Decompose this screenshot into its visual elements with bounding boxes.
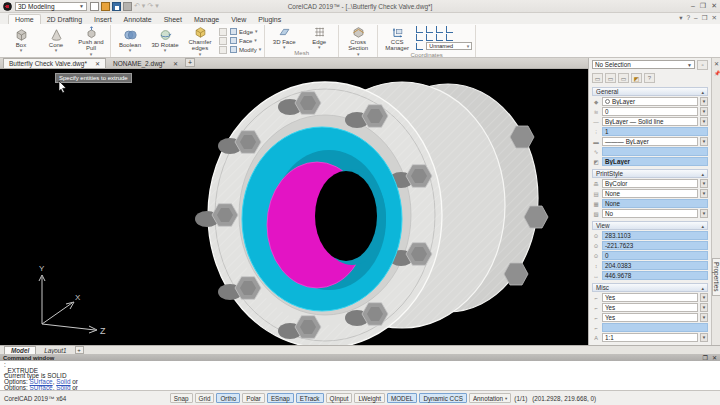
close-icon[interactable]: ✕ — [711, 2, 717, 10]
section-view[interactable]: View ▴ — [592, 221, 708, 230]
tab-2d-drafting[interactable]: 2D Drafting — [41, 15, 88, 24]
ccs-axis-icon[interactable] — [446, 26, 453, 33]
tab-insert[interactable]: Insert — [88, 15, 118, 24]
tab-annotate[interactable]: Annotate — [118, 15, 158, 24]
model-toggle[interactable]: MODEL — [387, 393, 417, 403]
edge-menu-button[interactable]: Edge ▾ — [230, 28, 261, 36]
save-file-icon[interactable] — [112, 2, 121, 11]
chevron-down-icon[interactable]: ▼ — [700, 303, 708, 312]
chevron-down-icon[interactable]: ▾ — [164, 48, 167, 53]
solid-tool-icon[interactable] — [219, 37, 227, 45]
panel-extra-button[interactable]: ▫ — [697, 60, 708, 70]
properties-tab[interactable]: Properties — [712, 258, 720, 296]
new-file-icon[interactable] — [90, 2, 99, 11]
doc-minimize-icon[interactable]: – — [694, 14, 698, 22]
chevron-down-icon[interactable]: ▼ — [700, 137, 708, 146]
redo-icon[interactable]: ↷ ▾ — [147, 2, 158, 10]
dynamic-ccs-toggle[interactable]: Dynamic CCS — [419, 393, 467, 403]
workspace-dropdown[interactable]: 3D Modeling ▼ — [15, 2, 87, 11]
etrack-toggle[interactable]: ETrack — [296, 393, 324, 403]
ccs-axis-icon[interactable] — [426, 26, 433, 33]
grid-toggle[interactable]: Grid — [195, 393, 215, 403]
command-window-header[interactable]: Command window ❐ ✕ — [0, 354, 720, 361]
rotate-3d-button[interactable]: 3D Rotate ▾ — [149, 28, 181, 53]
open-file-icon[interactable] — [101, 2, 110, 11]
snap-toggle[interactable]: Snap — [170, 393, 193, 403]
modify-menu-button[interactable]: Modify ▾ — [230, 46, 261, 54]
close-panel-icon[interactable]: ✕ — [714, 60, 719, 67]
ccs-axis-icon[interactable] — [436, 34, 443, 41]
doc-tab-noname[interactable]: NONAME_2.dwg* ✕ — [108, 59, 183, 68]
chevron-down-icon[interactable]: ▼ — [700, 189, 708, 198]
box-button[interactable]: Box ▾ — [5, 28, 37, 53]
pin-icon[interactable]: 📌 — [714, 70, 720, 76]
section-misc[interactable]: Misc ▴ — [592, 283, 708, 292]
print-icon[interactable] — [123, 2, 132, 11]
chevron-down-icon[interactable]: ▼ — [700, 209, 708, 218]
lweight-toggle[interactable]: LWeight — [354, 393, 385, 403]
chevron-down-icon[interactable]: ▼ — [700, 333, 708, 342]
tab-plugins[interactable]: Plugins — [252, 15, 287, 24]
mesh-edge-button[interactable]: Edge ▾ — [303, 25, 335, 50]
collapse-icon[interactable]: ▴ — [701, 285, 704, 291]
cone-button[interactable]: Cone ▾ — [40, 28, 72, 53]
push-pull-button[interactable]: Push and Pull ▾ — [75, 25, 107, 57]
tab-sheet[interactable]: Sheet — [158, 15, 188, 24]
quick-select-icon[interactable]: ◩ — [631, 73, 642, 83]
annotation-dropdown[interactable]: Annotation▾ — [469, 393, 511, 403]
ccs-axis-icon[interactable] — [416, 34, 423, 41]
ccs-axis-icon[interactable] — [436, 26, 443, 33]
ccs-axis-icon[interactable] — [416, 43, 423, 50]
chevron-down-icon[interactable]: ▼ — [700, 117, 708, 126]
minimize-icon[interactable]: – — [691, 2, 695, 10]
properties-tool-icon[interactable]: ▭ — [605, 73, 616, 83]
solid-tool-icon[interactable] — [219, 28, 227, 36]
tab-model[interactable]: Model — [4, 346, 36, 354]
collapse-icon[interactable]: ▴ — [701, 171, 704, 177]
restore-icon[interactable]: ❐ — [700, 2, 706, 10]
properties-tool-icon[interactable]: ▭ — [618, 73, 629, 83]
chamfer-edges-button[interactable]: Chamfer edges ▾ — [184, 25, 216, 57]
ccs-axis-icon[interactable] — [446, 34, 453, 41]
new-layout-button[interactable]: + — [75, 346, 84, 354]
doc-close-icon[interactable]: ✕ — [712, 14, 717, 22]
drawing-viewport[interactable]: Y X Z Specify entities to extrude — [0, 69, 588, 345]
collapse-icon[interactable]: ▴ — [701, 223, 704, 229]
doc-restore-icon[interactable]: ❐ — [702, 14, 708, 22]
face-3d-button[interactable]: 3D Face ▾ — [268, 25, 300, 50]
section-printstyle[interactable]: PrintStyle ▴ — [592, 169, 708, 178]
chevron-down-icon[interactable]: ▼ — [700, 97, 708, 106]
ccs-axis-icon[interactable] — [416, 26, 423, 33]
chevron-down-icon[interactable]: ▾ — [129, 48, 132, 53]
tab-home[interactable]: Home — [8, 14, 41, 24]
face-menu-button[interactable]: Face ▾ — [230, 37, 261, 45]
help-icon[interactable]: ? — [644, 73, 655, 83]
doc-tab-butterfly[interactable]: Butterfly Check Valve.dwg* ✕ — [3, 58, 106, 68]
chevron-down-icon[interactable]: ▾ — [679, 14, 682, 22]
chevron-down-icon[interactable]: ▼ — [700, 107, 708, 116]
ccs-manager-button[interactable]: CCS Manager — [381, 25, 413, 52]
chevron-down-icon[interactable]: ▼ — [700, 293, 708, 302]
section-general[interactable]: General ▴ — [592, 87, 708, 96]
close-tab-icon[interactable]: ✕ — [173, 60, 178, 67]
boolean-button[interactable]: Boolean ▾ — [114, 28, 146, 53]
undo-icon[interactable]: ↶ ▾ — [134, 2, 145, 10]
tab-manage[interactable]: Manage — [188, 15, 225, 24]
selection-dropdown[interactable]: No Selection ▼ — [592, 60, 695, 69]
esnap-toggle[interactable]: ESnap — [267, 393, 294, 403]
chevron-down-icon[interactable]: ▾ — [20, 48, 23, 53]
ortho-toggle[interactable]: Ortho — [216, 393, 240, 403]
collapse-icon[interactable]: ▴ — [701, 89, 704, 95]
solid-tool-icon[interactable] — [219, 46, 227, 54]
help-icon[interactable]: ? — [686, 14, 690, 22]
polar-toggle[interactable]: Polar — [242, 393, 265, 403]
chevron-down-icon[interactable]: ▼ — [700, 313, 708, 322]
new-doc-tab-button[interactable]: + — [185, 58, 195, 67]
command-close-icon[interactable]: ✕ — [712, 354, 717, 361]
cross-section-button[interactable]: Cross Section ▾ — [342, 25, 374, 57]
qinput-toggle[interactable]: QInput — [326, 393, 353, 403]
named-ccs-dropdown[interactable]: Unnamed ▾ — [426, 42, 472, 50]
command-history[interactable]: : _EXTRUDE Current type is SOLID Options… — [0, 361, 720, 390]
tab-view[interactable]: View — [225, 15, 252, 24]
chevron-down-icon[interactable]: ▼ — [700, 179, 708, 188]
